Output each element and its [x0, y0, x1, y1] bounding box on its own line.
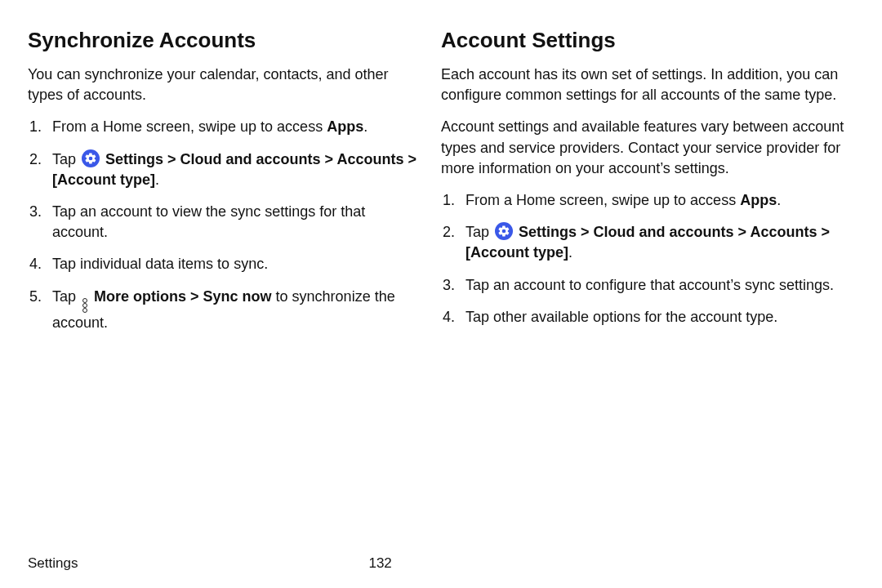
heading-account-settings: Account Settings: [441, 28, 854, 53]
step-bold: More options > Sync now: [94, 288, 272, 305]
footer-page-number: 132: [368, 555, 391, 572]
step-text: .: [363, 118, 368, 135]
step-bold: Apps: [327, 118, 363, 135]
steps-left: From a Home screen, swipe up to access A…: [28, 117, 418, 332]
step-bold: Apps: [740, 192, 777, 208]
list-item: Tap individual data items to sync.: [46, 254, 418, 274]
step-text: .: [568, 244, 572, 261]
settings-icon: [495, 222, 513, 240]
step-bold: Settings > Cloud and accounts > Accounts…: [466, 224, 830, 261]
step-text: Tap: [52, 288, 80, 305]
step-bold: Settings > Cloud and accounts > Accounts…: [52, 151, 416, 188]
list-item: Tap Settings > Cloud and accounts > Acco…: [459, 222, 854, 263]
footer-section: Settings: [28, 555, 78, 572]
step-text: .: [777, 192, 781, 208]
step-text: From a Home screen, swipe up to access: [466, 192, 740, 208]
intro-right-1: Each account has its own set of settings…: [441, 65, 854, 105]
page-body: Synchronize Accounts You can synchronize…: [0, 0, 882, 555]
list-item: Tap an account to view the sync settings…: [46, 202, 418, 243]
settings-icon: [82, 149, 100, 167]
left-column: Synchronize Accounts You can synchronize…: [28, 28, 441, 555]
list-item: From a Home screen, swipe up to access A…: [46, 117, 418, 137]
step-text: Tap: [466, 224, 493, 240]
list-item: Tap other available options for the acco…: [459, 307, 854, 327]
list-item: Tap Settings > Cloud and accounts > Acco…: [46, 149, 418, 190]
list-item: Tap an account to configure that account…: [459, 275, 854, 296]
steps-right: From a Home screen, swipe up to access A…: [441, 190, 854, 327]
step-text: .: [155, 172, 159, 188]
list-item: From a Home screen, swipe up to access A…: [459, 190, 854, 211]
list-item: Tap More options > Sync now to synchroni…: [46, 287, 418, 333]
more-options-icon: [82, 298, 87, 313]
page-footer: Settings 132: [0, 555, 882, 572]
intro-left: You can synchronize your calendar, conta…: [28, 65, 418, 105]
right-column: Account Settings Each account has its ow…: [441, 28, 854, 555]
heading-synchronize-accounts: Synchronize Accounts: [28, 28, 418, 53]
step-text: Tap: [52, 151, 80, 167]
step-text: From a Home screen, swipe up to access: [52, 118, 327, 135]
intro-right-2: Account settings and available features …: [441, 117, 854, 179]
